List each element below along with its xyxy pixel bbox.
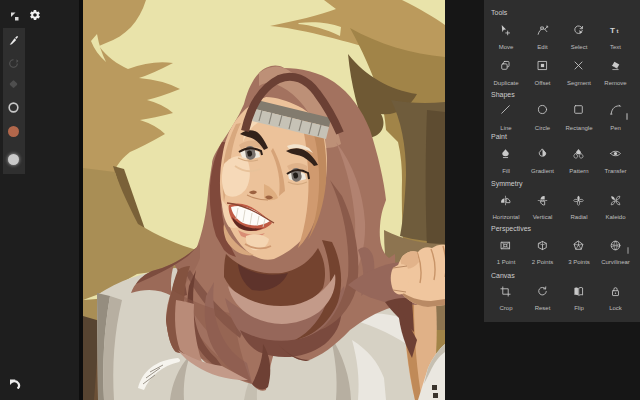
svg-text:t: t	[616, 28, 618, 34]
svg-text:T: T	[610, 26, 615, 35]
